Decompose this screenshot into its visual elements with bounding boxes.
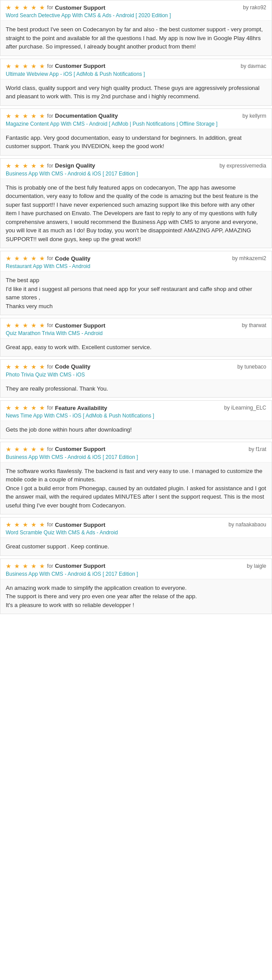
reviewer-username: by iLearning_ELC — [224, 405, 266, 411]
star-rating: ★ ★ ★ ★ ★ — [6, 63, 45, 70]
star-rating: ★ ★ ★ ★ ★ — [6, 404, 45, 411]
review-category: Design Quality — [55, 162, 95, 169]
review-header: ★ ★ ★ ★ ★forCustomer Supportby laigleBus… — [0, 559, 272, 579]
review-body-text: The best appI'd like it and i suggest al… — [0, 272, 272, 315]
review-meta-row: ★ ★ ★ ★ ★forCustomer Supportby laigle — [6, 563, 266, 570]
review-meta-row: ★ ★ ★ ★ ★forCustomer Supportby nafaakaba… — [6, 521, 266, 528]
stars-for-group: ★ ★ ★ ★ ★forCustomer Support — [6, 446, 106, 453]
review-card: ★ ★ ★ ★ ★forCustomer Supportby f1ratBusi… — [0, 442, 272, 515]
reviewer-username: by tunebaco — [238, 364, 266, 370]
for-label: for — [47, 405, 53, 411]
review-card: ★ ★ ★ ★ ★forCode Qualityby tunebacoPhoto… — [0, 359, 272, 398]
reviewer-username: by f1rat — [249, 446, 266, 452]
product-link[interactable]: News Time App With CMS - iOS [ AdMob & P… — [6, 413, 154, 419]
for-label: for — [47, 163, 53, 169]
review-card: ★ ★ ★ ★ ★forCustomer Supportby rako92Wor… — [0, 0, 272, 56]
product-link[interactable]: Word Scramble Quiz With CMS & Ads - Andr… — [6, 529, 118, 536]
review-body-text: Fantastic app. Very good documentation, … — [0, 129, 272, 155]
review-meta-row: ★ ★ ★ ★ ★forDocumentation Qualityby kell… — [6, 112, 266, 119]
star-rating: ★ ★ ★ ★ ★ — [6, 4, 45, 11]
stars-for-group: ★ ★ ★ ★ ★forCustomer Support — [6, 4, 106, 11]
reviewer-username: by tharwat — [242, 322, 266, 328]
for-label: for — [47, 255, 53, 261]
review-meta-row: ★ ★ ★ ★ ★forCode Qualityby tunebaco — [6, 363, 266, 370]
review-card: ★ ★ ★ ★ ★forDesign Qualityby expressivem… — [0, 158, 272, 249]
review-body-text: This is probably one of the best fully f… — [0, 179, 272, 248]
review-meta-row: ★ ★ ★ ★ ★forCustomer Supportby tharwat — [6, 322, 266, 329]
review-body-text: The best product I've seen on Codecanyon… — [0, 21, 272, 56]
for-label: for — [47, 446, 53, 452]
for-label: for — [47, 4, 53, 11]
stars-for-group: ★ ★ ★ ★ ★forDocumentation Quality — [6, 112, 118, 119]
star-rating: ★ ★ ★ ★ ★ — [6, 162, 45, 169]
review-header: ★ ★ ★ ★ ★forDocumentation Qualityby kell… — [0, 109, 272, 129]
for-label: for — [47, 522, 53, 528]
product-link[interactable]: Business App With CMS - Android & iOS [ … — [6, 571, 138, 577]
reviewer-username: by kellyrm — [242, 113, 266, 119]
product-link[interactable]: Business App With CMS - Android & iOS [ … — [6, 171, 138, 177]
review-card: ★ ★ ★ ★ ★forDocumentation Qualityby kell… — [0, 108, 272, 156]
reviewer-username: by nafaakabaou — [229, 522, 266, 528]
review-category: Customer Support — [55, 563, 106, 569]
review-body-text: They are really professional. Thank You. — [0, 380, 272, 398]
review-card: ★ ★ ★ ★ ★forCustomer Supportby laigleBus… — [0, 559, 272, 615]
review-body-text: The software works flawlessly. The backe… — [0, 462, 272, 514]
for-label: for — [47, 113, 53, 119]
reviewer-username: by expressivemedia — [219, 163, 266, 169]
review-meta-row: ★ ★ ★ ★ ★forDesign Qualityby expressivem… — [6, 162, 266, 169]
review-category: Customer Support — [55, 322, 106, 329]
review-category: Code Quality — [55, 363, 91, 370]
star-rating: ★ ★ ★ ★ ★ — [6, 446, 45, 453]
review-header: ★ ★ ★ ★ ★forCustomer Supportby tharwatQu… — [0, 318, 272, 339]
star-rating: ★ ★ ★ ★ ★ — [6, 322, 45, 329]
stars-for-group: ★ ★ ★ ★ ★forCustomer Support — [6, 521, 106, 528]
review-header: ★ ★ ★ ★ ★forCustomer Supportby rako92Wor… — [0, 0, 272, 21]
review-header: ★ ★ ★ ★ ★forFeature Availabilityby iLear… — [0, 401, 272, 421]
review-card: ★ ★ ★ ★ ★forCustomer Supportby davmacUlt… — [0, 59, 272, 106]
review-category: Customer Support — [55, 446, 106, 452]
stars-for-group: ★ ★ ★ ★ ★forCode Quality — [6, 255, 91, 262]
stars-for-group: ★ ★ ★ ★ ★forCustomer Support — [6, 63, 106, 70]
review-body-text: Great app, easy to work with. Excellent … — [0, 339, 272, 356]
review-card: ★ ★ ★ ★ ★forFeature Availabilityby iLear… — [0, 400, 272, 439]
product-link[interactable]: Business App With CMS - Android & iOS [ … — [6, 454, 138, 460]
review-meta-row: ★ ★ ★ ★ ★forCustomer Supportby f1rat — [6, 446, 266, 453]
star-rating: ★ ★ ★ ★ ★ — [6, 563, 45, 570]
product-link[interactable]: Photo Trivia Quiz With CMS - iOS — [6, 372, 85, 378]
reviewer-username: by davmac — [241, 63, 266, 69]
review-category: Feature Availability — [55, 405, 107, 411]
stars-for-group: ★ ★ ★ ★ ★forCustomer Support — [6, 563, 106, 570]
review-body-text: Gets the job done within hours after dow… — [0, 421, 272, 439]
for-label: for — [47, 563, 53, 569]
review-body-text: Great customer support . Keep continue. — [0, 538, 272, 555]
star-rating: ★ ★ ★ ★ ★ — [6, 363, 45, 370]
review-card: ★ ★ ★ ★ ★forCode Qualityby mhkazemi2Rest… — [0, 251, 272, 315]
review-meta-row: ★ ★ ★ ★ ★forCustomer Supportby rako92 — [6, 4, 266, 11]
product-link[interactable]: Restaurant App With CMS - Android — [6, 263, 90, 269]
review-body-text: World class, quality support and very hi… — [0, 79, 272, 105]
review-header: ★ ★ ★ ★ ★forDesign Qualityby expressivem… — [0, 159, 272, 179]
review-card: ★ ★ ★ ★ ★forCustomer Supportby tharwatQu… — [0, 318, 272, 357]
review-category: Customer Support — [55, 63, 106, 69]
review-category: Customer Support — [55, 522, 106, 528]
review-meta-row: ★ ★ ★ ★ ★forCustomer Supportby davmac — [6, 63, 266, 70]
review-header: ★ ★ ★ ★ ★forCustomer Supportby nafaakaba… — [0, 518, 272, 538]
for-label: for — [47, 364, 53, 370]
for-label: for — [47, 322, 53, 328]
review-category: Code Quality — [55, 255, 91, 262]
product-link[interactable]: Ultimate Webview App - iOS [ AdMob & Pus… — [6, 71, 145, 77]
review-header: ★ ★ ★ ★ ★forCode Qualityby tunebacoPhoto… — [0, 360, 272, 380]
star-rating: ★ ★ ★ ★ ★ — [6, 112, 45, 119]
for-label: for — [47, 63, 53, 69]
reviews-list: ★ ★ ★ ★ ★forCustomer Supportby rako92Wor… — [0, 0, 272, 614]
reviewer-username: by mhkazemi2 — [232, 255, 266, 261]
product-link[interactable]: Magazine Content App With CMS - Android … — [6, 121, 218, 127]
review-category: Documentation Quality — [55, 112, 118, 119]
product-link[interactable]: Word Search Detective App With CMS & Ads… — [6, 12, 171, 19]
stars-for-group: ★ ★ ★ ★ ★forCode Quality — [6, 363, 91, 370]
reviewer-username: by rako92 — [243, 4, 266, 11]
review-category: Customer Support — [55, 4, 106, 11]
review-header: ★ ★ ★ ★ ★forCustomer Supportby davmacUlt… — [0, 59, 272, 79]
star-rating: ★ ★ ★ ★ ★ — [6, 255, 45, 262]
product-link[interactable]: Quiz Marathon Trivia With CMS - Android — [6, 330, 102, 336]
